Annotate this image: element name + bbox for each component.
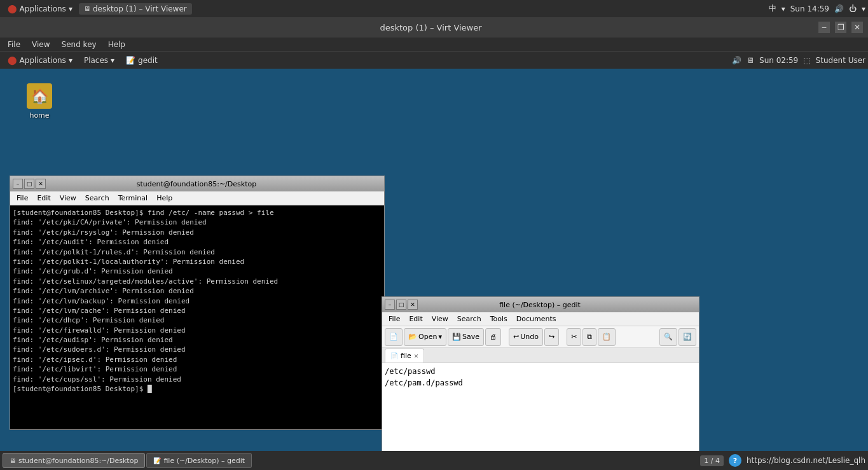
terminal-search-menu[interactable]: Search [81, 193, 113, 204]
guest-applications-label: Applications [20, 56, 66, 65]
gedit-view-menu[interactable]: View [428, 314, 452, 324]
host-power-icon: ⏻ [849, 4, 857, 13]
virt-viewer-minimize-button[interactable]: – [818, 22, 830, 33]
terminal-minimize-button[interactable]: – [13, 179, 23, 189]
guest-applications-dropdown-icon: ▾ [69, 56, 72, 65]
guest-power-icon: ⬚ [803, 56, 810, 65]
fedora-icon: ⬤ [8, 4, 17, 13]
virt-help-menu[interactable]: Help [103, 39, 130, 50]
print-icon: 🖨 [490, 333, 497, 341]
gedit-save-label: Save [462, 333, 479, 341]
help-circle-button[interactable]: ? [729, 454, 741, 467]
guest-volume-icon: 🔊 [732, 56, 741, 65]
gedit-minimize-button[interactable]: – [385, 300, 395, 310]
gedit-open-button[interactable]: 📂 Open ▾ [404, 328, 446, 346]
gedit-edit-menu[interactable]: Edit [405, 314, 426, 324]
terminal-taskbar-label: student@foundation85:~/Desktop [18, 457, 138, 465]
virt-sendkey-menu[interactable]: Send key [57, 39, 102, 50]
new-file-icon: 📄 [389, 333, 398, 341]
gedit-cut-button[interactable]: ✂ [567, 328, 581, 346]
bottom-taskbar-right: 1 / 4 ? https://blog.csdn.net/Leslie_qlh [700, 454, 865, 467]
virt-viewer-close-button[interactable]: ✕ [851, 22, 863, 33]
terminal-terminal-menu[interactable]: Terminal [114, 193, 152, 204]
gedit-title: file (~/Desktop) – gedit [418, 301, 662, 309]
terminal-content[interactable]: [student@foundation85 Desktop]$ find /et… [10, 205, 384, 429]
host-applications-menu[interactable]: ⬤ Applications ▾ [3, 3, 78, 15]
gedit-open-label: Open [418, 333, 437, 341]
virt-viewer-icon: 🖥 [84, 5, 90, 12]
virt-view-menu[interactable]: View [27, 39, 55, 50]
virt-file-menu[interactable]: File [3, 39, 25, 50]
terminal-help-menu[interactable]: Help [153, 193, 176, 204]
terminal-title: student@foundation85:~/Desktop [46, 180, 347, 188]
guest-places-menu[interactable]: Places ▾ [79, 55, 120, 66]
virt-viewer-menubar: File View Send key Help [0, 38, 868, 52]
gedit-new-button[interactable]: 📄 [385, 328, 403, 346]
gedit-documents-menu[interactable]: Documents [513, 314, 560, 324]
host-applications-label: Applications [20, 4, 66, 13]
gedit-close-button[interactable]: ✕ [408, 300, 418, 310]
gedit-redo-button[interactable]: ↪ [544, 328, 559, 346]
gedit-taskbar-button[interactable]: 📝 file (~/Desktop) – gedit [146, 453, 252, 468]
guest-gedit-icon: 📝 [126, 56, 135, 65]
gedit-tabs: 📄 file ✕ [382, 348, 699, 363]
terminal-titlebar: – □ ✕ student@foundation85:~/Desktop [10, 176, 384, 191]
terminal-taskbar-icon: 🖥 [10, 457, 16, 464]
gedit-print-button[interactable]: 🖨 [485, 328, 501, 346]
gedit-maximize-button[interactable]: □ [396, 300, 406, 310]
host-volume-icon: 🔊 [834, 4, 844, 13]
gedit-search-button[interactable]: 🔍 [659, 328, 677, 346]
copy-icon: ⧉ [587, 333, 592, 341]
search-icon: 🔍 [664, 333, 673, 341]
undo-icon: ↩ [513, 333, 519, 341]
virt-viewer-title: desktop (1) – Virt Viewer [43, 23, 818, 32]
gedit-replace-button[interactable]: 🔄 [679, 328, 696, 346]
guest-applications-menu[interactable]: ⬤ Applications ▾ [3, 54, 78, 66]
terminal-maximize-button[interactable]: □ [24, 179, 34, 189]
terminal-window: – □ ✕ student@foundation85:~/Desktop Fil… [10, 176, 385, 430]
tab-close-icon[interactable]: ✕ [414, 353, 419, 359]
terminal-edit-menu[interactable]: Edit [33, 193, 54, 204]
virt-viewer-maximize-button[interactable]: ❒ [835, 22, 846, 33]
bottom-url: https://blog.csdn.net/Leslie_qlh [747, 456, 865, 465]
home-folder-label: home [29, 111, 49, 120]
guest-taskbar-right: 🔊 🖥 Sun 02:59 ⬚ Student User [732, 56, 865, 65]
virt-viewer-titlebar: desktop (1) – Virt Viewer – ❒ ✕ [0, 17, 868, 38]
gedit-copy-button[interactable]: ⧉ [582, 328, 596, 346]
host-dropdown-icon: ▾ [782, 4, 785, 13]
virt-viewer-frame: desktop (1) – Virt Viewer – ❒ ✕ File Vie… [0, 17, 868, 470]
gedit-window: – □ ✕ file (~/Desktop) – gedit File Edit… [382, 296, 699, 470]
gedit-titlebar: – □ ✕ file (~/Desktop) – gedit [382, 297, 699, 312]
gedit-file-tab[interactable]: 📄 file ✕ [385, 349, 424, 363]
open-dropdown-icon: ▾ [438, 333, 442, 341]
host-active-window[interactable]: 🖥 desktop (1) – Virt Viewer [79, 3, 192, 15]
replace-icon: 🔄 [683, 333, 692, 341]
guest-display-icon: 🖥 [747, 56, 754, 65]
guest-fedora-icon: ⬤ [8, 55, 17, 65]
terminal-view-menu[interactable]: View [56, 193, 80, 204]
gedit-file-menu[interactable]: File [385, 314, 404, 324]
gedit-undo-label: Undo [520, 333, 539, 341]
gedit-save-button[interactable]: 💾 Save [448, 328, 484, 346]
gedit-undo-button[interactable]: ↩ Undo [509, 328, 543, 346]
cut-icon: ✂ [571, 333, 577, 341]
guest-taskbar-left: ⬤ Applications ▾ Places ▾ 📝 gedit [3, 54, 163, 66]
host-taskbar: ⬤ Applications ▾ 🖥 desktop (1) – Virt Vi… [0, 0, 868, 17]
terminal-taskbar-button[interactable]: 🖥 student@foundation85:~/Desktop [3, 453, 145, 468]
gedit-tools-menu[interactable]: Tools [486, 314, 511, 324]
paste-icon: 📋 [602, 333, 611, 341]
guest-places-label: Places [84, 56, 108, 65]
open-icon: 📂 [408, 333, 417, 341]
home-folder-icon[interactable]: 🏠 home [19, 83, 60, 120]
applications-dropdown-icon: ▾ [69, 4, 72, 13]
gedit-search-menu[interactable]: Search [453, 314, 485, 324]
terminal-close-button[interactable]: ✕ [36, 179, 46, 189]
gedit-paste-button[interactable]: 📋 [598, 328, 616, 346]
host-time: Sun 14:59 [790, 4, 829, 13]
guest-gedit-task[interactable]: 📝 gedit [121, 55, 163, 66]
guest-user: Student User [816, 56, 865, 65]
gedit-taskbar-label: file (~/Desktop) – gedit [163, 457, 245, 465]
gedit-menubar: File Edit View Search Tools Documents [382, 312, 699, 326]
terminal-file-menu[interactable]: File [13, 193, 32, 204]
host-network-icon: 中 [769, 3, 776, 14]
